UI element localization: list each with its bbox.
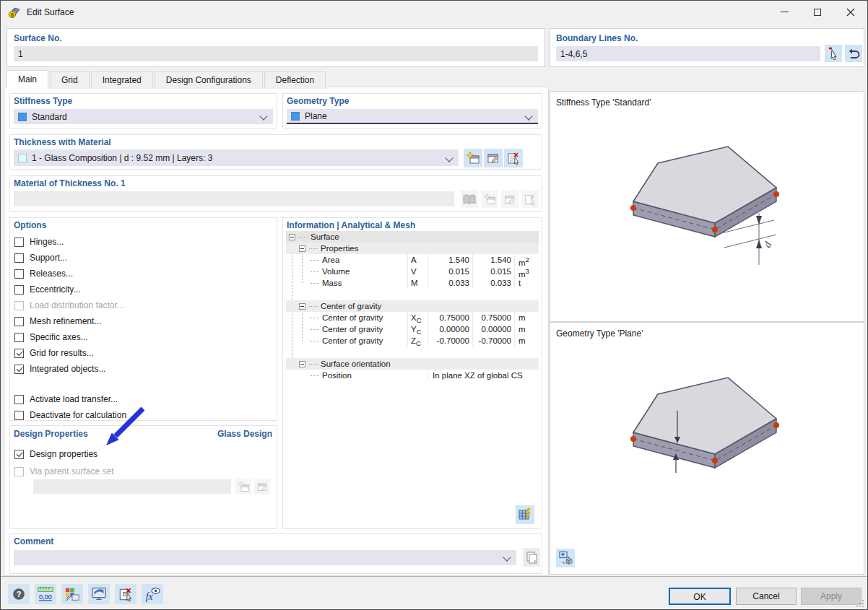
- surface-badge-number: 6: [11, 12, 14, 17]
- svg-text:fx: fx: [146, 591, 154, 602]
- chevron-down-icon: [524, 112, 532, 120]
- formula-view-button[interactable]: fx: [142, 584, 163, 604]
- option-grid-for-results[interactable]: Grid for results...: [14, 347, 94, 359]
- surface-icon: 6: [8, 6, 21, 19]
- checkbox: [14, 467, 24, 476]
- option-mesh-refinement[interactable]: Mesh refinement...: [14, 315, 101, 327]
- tab-grid[interactable]: Grid: [50, 71, 90, 89]
- geometry-type-value: Plane: [305, 111, 327, 121]
- stiffness-type-label: Stiffness Type: [14, 96, 72, 106]
- edit-material-button: [501, 190, 518, 208]
- surface-no-group: Surface No. 1: [6, 28, 545, 67]
- tree-row-cog-x: Center of gravity XC 0.75000 0.75000 m: [286, 312, 539, 323]
- collapse-icon[interactable]: [299, 303, 305, 310]
- delete-settings-icon: B: [118, 586, 134, 602]
- ok-button[interactable]: OK: [669, 588, 731, 605]
- tab-main[interactable]: Main: [6, 70, 48, 89]
- boundary-lines-label: Boundary Lines No.: [556, 33, 638, 43]
- option-integrated-objects[interactable]: Integrated objects...: [14, 363, 105, 375]
- thickness-value: 1 - Glass Composition | d : 9.52 mm | La…: [32, 153, 212, 163]
- reset-defaults-button[interactable]: B: [115, 584, 136, 604]
- collapse-icon[interactable]: [289, 234, 295, 240]
- slab-preview-plane: [550, 323, 862, 568]
- edit-surface-set-button: [254, 479, 270, 494]
- close-button[interactable]: [834, 1, 867, 23]
- minimize-icon: [781, 12, 789, 12]
- stiffness-color-swatch: [18, 113, 27, 121]
- option-support[interactable]: Support...: [14, 252, 67, 263]
- tree-row-properties: Properties: [286, 243, 539, 254]
- tab-integrated[interactable]: Integrated: [91, 71, 153, 89]
- resize-grip[interactable]: [856, 599, 864, 608]
- tree-row-cog-y: Center of gravity YC 0.00000 0.00000 m: [286, 323, 539, 335]
- units-icon: 0,00: [36, 585, 55, 603]
- select-pointer-icon: [827, 47, 840, 60]
- material-library-button: [461, 190, 478, 208]
- svg-text:B: B: [123, 591, 127, 598]
- generate-mesh-button[interactable]: [516, 505, 534, 524]
- option-specific-axes[interactable]: Specific axes...: [14, 331, 88, 343]
- options-group: Options Hinges... Support... Releases...…: [9, 217, 277, 421]
- apply-button: Apply: [801, 588, 862, 605]
- geometry-type-dropdown[interactable]: Plane: [287, 109, 538, 124]
- checkbox: [14, 411, 24, 420]
- option-eccentricity[interactable]: Eccentricity...: [14, 284, 80, 295]
- comment-dropdown[interactable]: [14, 550, 516, 565]
- fx-eye-icon: fx: [143, 585, 162, 603]
- tree-row-area: Area A 1.540 1.540 m2: [286, 254, 539, 266]
- boundary-lines-field[interactable]: 1-4,6,5: [556, 46, 820, 61]
- comment-group: Comment: [9, 533, 542, 574]
- surface-no-label: Surface No.: [14, 33, 62, 43]
- new-surface-set-button: [235, 479, 251, 494]
- units-settings-button[interactable]: 0,00: [35, 584, 56, 604]
- monitor-icon: [90, 585, 108, 603]
- copy-comment-button[interactable]: [523, 548, 540, 567]
- select-lines-button[interactable]: [825, 45, 842, 62]
- chevron-down-icon: [503, 553, 511, 561]
- delete-icon: [506, 151, 521, 165]
- new-thickness-button[interactable]: [464, 149, 482, 167]
- title-bar: 6 Edit Surface: [1, 1, 867, 24]
- delete-thickness-button[interactable]: [504, 149, 523, 167]
- collapse-icon[interactable]: [299, 245, 305, 252]
- thickness-dropdown[interactable]: 1 - Glass Composition | d : 9.52 mm | La…: [14, 149, 459, 166]
- edit-thickness-button[interactable]: [484, 149, 503, 167]
- delete-material-button: [521, 190, 539, 208]
- undo-arrow-icon: [846, 46, 861, 61]
- chevron-down-icon: [259, 112, 267, 120]
- tree-row-surface-orientation-group: Surface orientation: [286, 358, 539, 370]
- surface-no-field[interactable]: 1: [14, 46, 538, 61]
- tab-deflection[interactable]: Deflection: [264, 71, 326, 89]
- stiffness-type-dropdown[interactable]: Standard: [14, 109, 273, 124]
- tab-design-configurations[interactable]: Design Configurations: [155, 71, 263, 89]
- checkbox: [14, 395, 24, 404]
- color-scheme-icon: [64, 585, 81, 603]
- cancel-button[interactable]: Cancel: [736, 588, 797, 605]
- mesh-grid-icon: [517, 507, 533, 523]
- stiffness-type-group: Stiffness Type Standard: [9, 93, 277, 128]
- checkbox: [14, 269, 24, 279]
- checkbox: [14, 317, 24, 326]
- checkbox: [14, 450, 24, 459]
- option-hinges[interactable]: Hinges...: [14, 236, 64, 248]
- help-button[interactable]: ?: [8, 584, 30, 604]
- display-properties-button[interactable]: [61, 584, 83, 604]
- stiffness-preview-panel: Stiffness Type 'Standard' d: [550, 91, 864, 322]
- annotation-arrow: [97, 400, 155, 456]
- design-properties-checkbox-row[interactable]: Design properties: [14, 448, 97, 460]
- edit-icon: [256, 481, 269, 493]
- revert-selection-button[interactable]: [845, 45, 862, 62]
- information-group: Information | Analytical & Mesh Surface …: [282, 217, 542, 529]
- minimize-button[interactable]: [768, 1, 801, 23]
- help-icon: ?: [11, 586, 27, 602]
- toggle-rendering-button[interactable]: [556, 549, 575, 567]
- tree-row-mass: Mass M 0.033 0.033 t: [286, 277, 539, 289]
- collapse-icon[interactable]: [299, 361, 305, 367]
- thickness-group: Thickness with Material 1 - Glass Compos…: [9, 134, 542, 170]
- display-settings-button[interactable]: [88, 584, 110, 604]
- maximize-button[interactable]: [801, 1, 834, 23]
- via-parent-surface-set-row: Via parent surface set: [14, 466, 114, 477]
- image-cube-toggle-icon: [557, 550, 573, 566]
- tree-row-surface: Surface: [286, 231, 539, 243]
- option-releases[interactable]: Releases...: [14, 268, 73, 279]
